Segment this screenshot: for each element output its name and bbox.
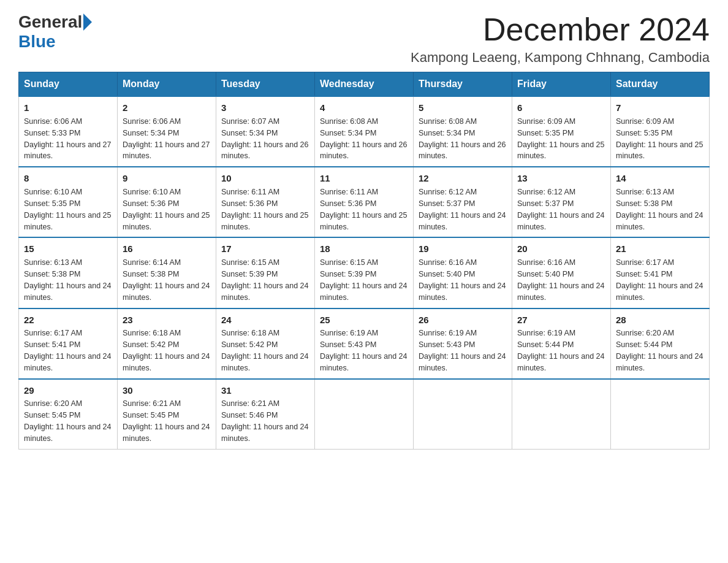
day-info: Sunrise: 6:21 AMSunset: 5:45 PMDaylight:… [123,399,210,443]
calendar-cell: 14Sunrise: 6:13 AMSunset: 5:38 PMDayligh… [611,167,710,237]
calendar-cell: 15Sunrise: 6:13 AMSunset: 5:38 PMDayligh… [19,237,118,308]
day-info: Sunrise: 6:08 AMSunset: 5:34 PMDaylight:… [419,117,506,161]
day-info: Sunrise: 6:14 AMSunset: 5:38 PMDaylight:… [123,258,210,302]
calendar-cell: 24Sunrise: 6:18 AMSunset: 5:42 PMDayligh… [216,308,315,379]
calendar-cell [512,379,611,450]
calendar-cell: 3Sunrise: 6:07 AMSunset: 5:34 PMDaylight… [216,96,315,167]
day-number: 5 [419,101,507,115]
calendar-header-sunday: Sunday [19,72,118,97]
calendar-header-monday: Monday [118,72,216,97]
calendar-cell: 23Sunrise: 6:18 AMSunset: 5:42 PMDayligh… [118,308,216,379]
title-block: December 2024 Kampong Leaeng, Kampong Ch… [411,12,710,66]
day-number: 6 [517,101,605,115]
day-info: Sunrise: 6:09 AMSunset: 5:35 PMDaylight:… [616,117,703,161]
calendar-cell: 7Sunrise: 6:09 AMSunset: 5:35 PMDaylight… [611,96,710,167]
calendar-cell: 31Sunrise: 6:21 AMSunset: 5:46 PMDayligh… [216,379,315,450]
calendar-cell: 2Sunrise: 6:06 AMSunset: 5:34 PMDaylight… [118,96,216,167]
day-info: Sunrise: 6:06 AMSunset: 5:33 PMDaylight:… [24,117,111,161]
calendar-cell: 13Sunrise: 6:12 AMSunset: 5:37 PMDayligh… [512,167,611,237]
day-number: 22 [24,313,112,327]
day-number: 4 [320,101,408,115]
calendar-cell: 30Sunrise: 6:21 AMSunset: 5:45 PMDayligh… [118,379,216,450]
day-number: 30 [123,384,211,397]
day-number: 23 [123,313,211,327]
calendar-cell: 10Sunrise: 6:11 AMSunset: 5:36 PMDayligh… [216,167,315,237]
day-number: 7 [616,101,704,115]
day-info: Sunrise: 6:12 AMSunset: 5:37 PMDaylight:… [517,188,604,231]
day-info: Sunrise: 6:20 AMSunset: 5:44 PMDaylight:… [616,329,703,372]
calendar-header-thursday: Thursday [414,72,512,97]
calendar-header-saturday: Saturday [611,72,710,97]
day-info: Sunrise: 6:19 AMSunset: 5:43 PMDaylight:… [419,329,506,372]
day-number: 3 [221,101,309,115]
day-info: Sunrise: 6:10 AMSunset: 5:35 PMDaylight:… [24,188,111,231]
day-info: Sunrise: 6:19 AMSunset: 5:43 PMDaylight:… [320,329,407,372]
day-number: 15 [24,242,112,256]
day-info: Sunrise: 6:15 AMSunset: 5:39 PMDaylight:… [221,258,308,302]
day-info: Sunrise: 6:20 AMSunset: 5:45 PMDaylight:… [24,399,111,443]
day-info: Sunrise: 6:16 AMSunset: 5:40 PMDaylight:… [419,258,506,302]
day-number: 18 [320,242,408,256]
page-header: General Blue December 2024 Kampong Leaen… [18,12,710,66]
day-number: 16 [123,242,211,256]
calendar-week-row: 15Sunrise: 6:13 AMSunset: 5:38 PMDayligh… [19,237,710,308]
calendar-cell: 8Sunrise: 6:10 AMSunset: 5:35 PMDaylight… [19,167,118,237]
calendar-cell: 12Sunrise: 6:12 AMSunset: 5:37 PMDayligh… [414,167,512,237]
calendar-cell: 4Sunrise: 6:08 AMSunset: 5:34 PMDaylight… [315,96,414,167]
day-number: 10 [221,172,309,185]
day-info: Sunrise: 6:07 AMSunset: 5:34 PMDaylight:… [221,117,308,161]
day-number: 21 [616,242,704,256]
day-number: 19 [419,242,507,256]
calendar-cell: 27Sunrise: 6:19 AMSunset: 5:44 PMDayligh… [512,308,611,379]
calendar-week-row: 29Sunrise: 6:20 AMSunset: 5:45 PMDayligh… [19,379,710,450]
calendar-cell: 6Sunrise: 6:09 AMSunset: 5:35 PMDaylight… [512,96,611,167]
day-number: 13 [517,172,605,185]
day-number: 11 [320,172,408,185]
month-title: December 2024 [411,12,710,47]
location-subtitle: Kampong Leaeng, Kampong Chhnang, Cambodi… [411,50,710,66]
day-info: Sunrise: 6:19 AMSunset: 5:44 PMDaylight:… [517,329,604,372]
calendar-cell: 1Sunrise: 6:06 AMSunset: 5:33 PMDaylight… [19,96,118,167]
calendar-header-row: SundayMondayTuesdayWednesdayThursdayFrid… [19,72,710,97]
calendar-week-row: 1Sunrise: 6:06 AMSunset: 5:33 PMDaylight… [19,96,710,167]
calendar-cell: 21Sunrise: 6:17 AMSunset: 5:41 PMDayligh… [611,237,710,308]
day-info: Sunrise: 6:13 AMSunset: 5:38 PMDaylight:… [24,258,111,302]
calendar-cell [414,379,512,450]
day-info: Sunrise: 6:17 AMSunset: 5:41 PMDaylight:… [24,329,111,372]
calendar-cell: 29Sunrise: 6:20 AMSunset: 5:45 PMDayligh… [19,379,118,450]
day-number: 29 [24,384,112,397]
day-info: Sunrise: 6:18 AMSunset: 5:42 PMDaylight:… [123,329,210,372]
day-info: Sunrise: 6:11 AMSunset: 5:36 PMDaylight:… [320,188,407,231]
calendar-cell: 16Sunrise: 6:14 AMSunset: 5:38 PMDayligh… [118,237,216,308]
day-number: 9 [123,172,211,185]
day-number: 12 [419,172,507,185]
calendar-cell: 26Sunrise: 6:19 AMSunset: 5:43 PMDayligh… [414,308,512,379]
day-info: Sunrise: 6:21 AMSunset: 5:46 PMDaylight:… [221,399,308,443]
day-info: Sunrise: 6:08 AMSunset: 5:34 PMDaylight:… [320,117,407,161]
calendar-cell: 20Sunrise: 6:16 AMSunset: 5:40 PMDayligh… [512,237,611,308]
day-info: Sunrise: 6:17 AMSunset: 5:41 PMDaylight:… [616,258,703,302]
day-number: 25 [320,313,408,327]
logo-general-text: General [18,12,82,32]
calendar-cell [315,379,414,450]
day-info: Sunrise: 6:10 AMSunset: 5:36 PMDaylight:… [123,188,210,231]
day-info: Sunrise: 6:15 AMSunset: 5:39 PMDaylight:… [320,258,407,302]
calendar-cell: 28Sunrise: 6:20 AMSunset: 5:44 PMDayligh… [611,308,710,379]
day-info: Sunrise: 6:11 AMSunset: 5:36 PMDaylight:… [221,188,308,231]
day-number: 31 [221,384,309,397]
day-info: Sunrise: 6:18 AMSunset: 5:42 PMDaylight:… [221,329,308,372]
day-info: Sunrise: 6:06 AMSunset: 5:34 PMDaylight:… [123,117,210,161]
calendar-cell: 11Sunrise: 6:11 AMSunset: 5:36 PMDayligh… [315,167,414,237]
day-number: 24 [221,313,309,327]
calendar-table: SundayMondayTuesdayWednesdayThursdayFrid… [18,72,710,450]
day-number: 26 [419,313,507,327]
day-info: Sunrise: 6:12 AMSunset: 5:37 PMDaylight:… [419,188,506,231]
day-number: 17 [221,242,309,256]
calendar-week-row: 8Sunrise: 6:10 AMSunset: 5:35 PMDaylight… [19,167,710,237]
calendar-cell: 25Sunrise: 6:19 AMSunset: 5:43 PMDayligh… [315,308,414,379]
calendar-cell: 5Sunrise: 6:08 AMSunset: 5:34 PMDaylight… [414,96,512,167]
day-info: Sunrise: 6:13 AMSunset: 5:38 PMDaylight:… [616,188,703,231]
calendar-cell: 22Sunrise: 6:17 AMSunset: 5:41 PMDayligh… [19,308,118,379]
logo-arrow-icon [83,13,92,31]
day-number: 8 [24,172,112,185]
